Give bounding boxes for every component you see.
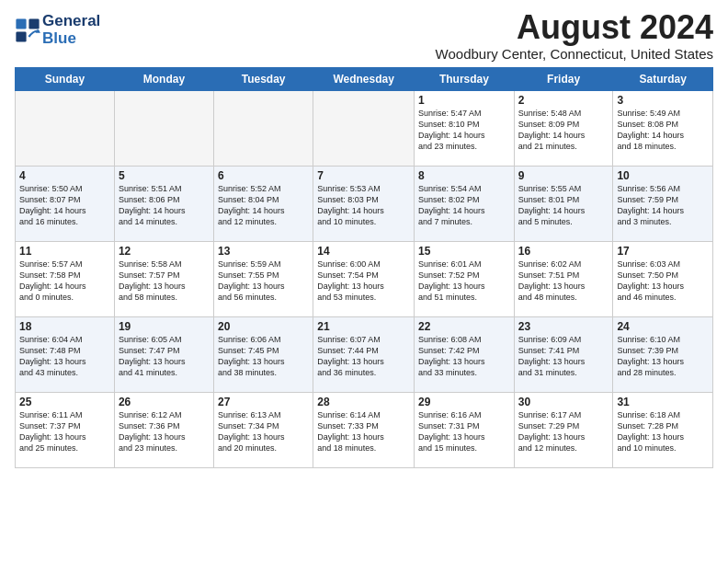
calendar-cell: 5Sunrise: 5:51 AM Sunset: 8:06 PM Daylig…	[114, 166, 213, 241]
day-number: 4	[19, 169, 110, 182]
calendar-cell: 25Sunrise: 6:11 AM Sunset: 7:37 PM Dayli…	[16, 392, 115, 467]
calendar-cell: 3Sunrise: 5:49 AM Sunset: 8:08 PM Daylig…	[613, 90, 713, 166]
day-number: 16	[518, 245, 609, 258]
day-number: 27	[218, 396, 309, 408]
cell-info: Sunrise: 6:14 AM Sunset: 7:33 PM Dayligh…	[317, 409, 410, 454]
calendar-week-row: 11Sunrise: 5:57 AM Sunset: 7:58 PM Dayli…	[16, 241, 713, 316]
logo-blue: Blue	[42, 29, 76, 47]
calendar-cell: 12Sunrise: 5:58 AM Sunset: 7:57 PM Dayli…	[114, 241, 213, 316]
cell-info: Sunrise: 5:58 AM Sunset: 7:57 PM Dayligh…	[119, 259, 210, 304]
calendar-cell: 24Sunrise: 6:10 AM Sunset: 7:39 PM Dayli…	[613, 316, 713, 392]
cell-info: Sunrise: 5:53 AM Sunset: 8:03 PM Dayligh…	[317, 183, 410, 228]
cell-info: Sunrise: 6:02 AM Sunset: 7:51 PM Dayligh…	[518, 259, 609, 304]
cell-info: Sunrise: 6:16 AM Sunset: 7:31 PM Dayligh…	[418, 409, 510, 454]
logo-text: General Blue	[42, 13, 100, 47]
cell-info: Sunrise: 6:11 AM Sunset: 7:37 PM Dayligh…	[19, 409, 110, 454]
day-number: 2	[518, 94, 609, 107]
day-number: 28	[317, 396, 410, 408]
cell-info: Sunrise: 5:48 AM Sunset: 8:09 PM Dayligh…	[518, 108, 609, 153]
day-number: 9	[518, 169, 609, 182]
cell-info: Sunrise: 6:05 AM Sunset: 7:47 PM Dayligh…	[119, 334, 210, 379]
calendar-cell: 16Sunrise: 6:02 AM Sunset: 7:51 PM Dayli…	[514, 241, 613, 316]
weekday-header-row: Sunday Monday Tuesday Wednesday Thursday…	[16, 67, 713, 90]
cell-info: Sunrise: 6:03 AM Sunset: 7:50 PM Dayligh…	[617, 259, 709, 304]
cell-info: Sunrise: 6:04 AM Sunset: 7:48 PM Dayligh…	[19, 334, 110, 379]
day-number: 12	[119, 245, 210, 258]
header-sunday: Sunday	[16, 67, 115, 90]
cell-info: Sunrise: 6:09 AM Sunset: 7:41 PM Dayligh…	[518, 334, 609, 379]
header-friday: Friday	[514, 67, 613, 90]
day-number: 19	[119, 320, 210, 333]
day-number: 3	[617, 94, 709, 107]
calendar-cell: 7Sunrise: 5:53 AM Sunset: 8:03 PM Daylig…	[313, 166, 415, 241]
cell-info: Sunrise: 6:08 AM Sunset: 7:42 PM Dayligh…	[418, 334, 510, 379]
calendar-cell: 15Sunrise: 6:01 AM Sunset: 7:52 PM Dayli…	[415, 241, 515, 316]
cell-info: Sunrise: 6:13 AM Sunset: 7:34 PM Dayligh…	[218, 409, 309, 454]
cell-info: Sunrise: 5:47 AM Sunset: 8:10 PM Dayligh…	[418, 108, 510, 153]
cell-info: Sunrise: 5:57 AM Sunset: 7:58 PM Dayligh…	[19, 259, 110, 304]
cell-info: Sunrise: 6:12 AM Sunset: 7:36 PM Dayligh…	[119, 409, 210, 454]
calendar-cell: 20Sunrise: 6:06 AM Sunset: 7:45 PM Dayli…	[214, 316, 313, 392]
calendar-cell: 11Sunrise: 5:57 AM Sunset: 7:58 PM Dayli…	[16, 241, 115, 316]
calendar-cell: 13Sunrise: 5:59 AM Sunset: 7:55 PM Dayli…	[214, 241, 313, 316]
calendar-week-row: 25Sunrise: 6:11 AM Sunset: 7:37 PM Dayli…	[16, 392, 713, 467]
svg-rect-2	[16, 31, 26, 41]
header-monday: Monday	[114, 67, 213, 90]
calendar-cell	[16, 90, 115, 166]
day-number: 23	[518, 320, 609, 333]
day-number: 31	[617, 396, 709, 408]
cell-info: Sunrise: 5:59 AM Sunset: 7:55 PM Dayligh…	[218, 259, 309, 304]
calendar-cell: 22Sunrise: 6:08 AM Sunset: 7:42 PM Dayli…	[415, 316, 515, 392]
calendar-cell: 14Sunrise: 6:00 AM Sunset: 7:54 PM Dayli…	[313, 241, 415, 316]
day-number: 13	[218, 245, 309, 258]
calendar-week-row: 1Sunrise: 5:47 AM Sunset: 8:10 PM Daylig…	[16, 90, 713, 166]
cell-info: Sunrise: 5:56 AM Sunset: 7:59 PM Dayligh…	[617, 183, 709, 228]
header-saturday: Saturday	[613, 67, 713, 90]
month-title: August 2024	[436, 9, 713, 46]
day-number: 6	[218, 169, 309, 182]
calendar: Sunday Monday Tuesday Wednesday Thursday…	[15, 67, 713, 468]
header-thursday: Thursday	[415, 67, 515, 90]
day-number: 25	[19, 396, 110, 408]
calendar-cell: 31Sunrise: 6:18 AM Sunset: 7:28 PM Dayli…	[613, 392, 713, 467]
day-number: 24	[617, 320, 709, 333]
cell-info: Sunrise: 5:51 AM Sunset: 8:06 PM Dayligh…	[119, 183, 210, 228]
cell-info: Sunrise: 6:00 AM Sunset: 7:54 PM Dayligh…	[317, 259, 410, 304]
day-number: 11	[19, 245, 110, 258]
day-number: 8	[418, 169, 510, 182]
calendar-cell: 18Sunrise: 6:04 AM Sunset: 7:48 PM Dayli…	[16, 316, 115, 392]
cell-info: Sunrise: 6:17 AM Sunset: 7:29 PM Dayligh…	[518, 409, 609, 454]
calendar-week-row: 4Sunrise: 5:50 AM Sunset: 8:07 PM Daylig…	[16, 166, 713, 241]
header-wednesday: Wednesday	[313, 67, 415, 90]
day-number: 30	[518, 396, 609, 408]
day-number: 18	[19, 320, 110, 333]
calendar-cell	[114, 90, 213, 166]
calendar-cell: 6Sunrise: 5:52 AM Sunset: 8:04 PM Daylig…	[214, 166, 313, 241]
calendar-cell	[313, 90, 415, 166]
cell-info: Sunrise: 6:10 AM Sunset: 7:39 PM Dayligh…	[617, 334, 709, 379]
calendar-cell: 23Sunrise: 6:09 AM Sunset: 7:41 PM Dayli…	[514, 316, 613, 392]
logo-general: General	[42, 12, 100, 29]
day-number: 22	[418, 320, 510, 333]
cell-info: Sunrise: 6:18 AM Sunset: 7:28 PM Dayligh…	[617, 409, 709, 454]
day-number: 14	[317, 245, 410, 258]
calendar-cell: 1Sunrise: 5:47 AM Sunset: 8:10 PM Daylig…	[415, 90, 515, 166]
calendar-cell: 9Sunrise: 5:55 AM Sunset: 8:01 PM Daylig…	[514, 166, 613, 241]
cell-info: Sunrise: 6:01 AM Sunset: 7:52 PM Dayligh…	[418, 259, 510, 304]
calendar-cell: 30Sunrise: 6:17 AM Sunset: 7:29 PM Dayli…	[514, 392, 613, 467]
header-tuesday: Tuesday	[214, 67, 313, 90]
cell-info: Sunrise: 6:07 AM Sunset: 7:44 PM Dayligh…	[317, 334, 410, 379]
cell-info: Sunrise: 5:49 AM Sunset: 8:08 PM Dayligh…	[617, 108, 709, 153]
page: General Blue August 2024 Woodbury Center…	[0, 0, 728, 474]
cell-info: Sunrise: 6:06 AM Sunset: 7:45 PM Dayligh…	[218, 334, 309, 379]
logo: General Blue	[15, 13, 100, 47]
day-number: 1	[418, 94, 510, 107]
calendar-cell: 8Sunrise: 5:54 AM Sunset: 8:02 PM Daylig…	[415, 166, 515, 241]
day-number: 10	[617, 169, 709, 182]
cell-info: Sunrise: 5:54 AM Sunset: 8:02 PM Dayligh…	[418, 183, 510, 228]
cell-info: Sunrise: 5:50 AM Sunset: 8:07 PM Dayligh…	[19, 183, 110, 228]
calendar-cell	[214, 90, 313, 166]
day-number: 29	[418, 396, 510, 408]
calendar-week-row: 18Sunrise: 6:04 AM Sunset: 7:48 PM Dayli…	[16, 316, 713, 392]
day-number: 26	[119, 396, 210, 408]
